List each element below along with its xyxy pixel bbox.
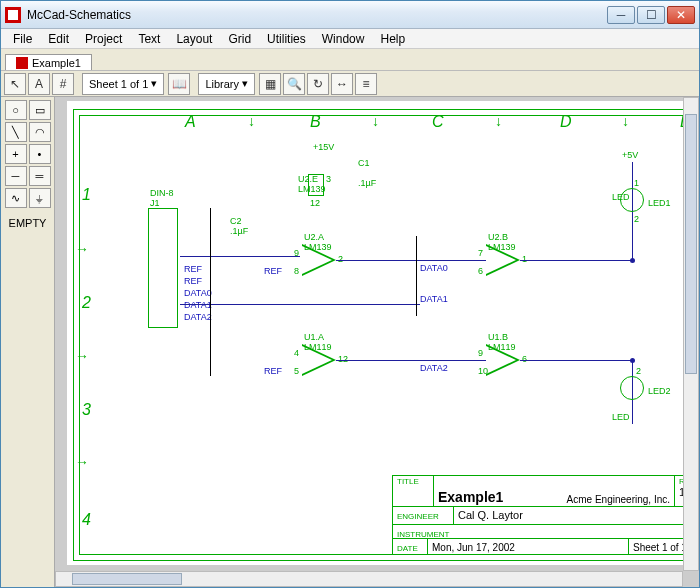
u2e-pin12: 12 [310, 198, 320, 208]
tb-eng-lbl: ENGINEER [397, 512, 439, 521]
u2a-ref: U2.A [304, 232, 324, 242]
c1-val: .1µF [358, 178, 376, 188]
menu-layout[interactable]: Layout [168, 30, 220, 48]
u1b-ref: U1.B [488, 332, 508, 342]
sig-data2-mid: DATA2 [420, 363, 448, 373]
p-circle[interactable]: ○ [5, 100, 27, 120]
toolbar: ↖ A # Sheet 1 of 1 ▾ 📖 Library ▾ ▦ 🔍 ↻ ↔… [1, 71, 699, 97]
u2e-body [308, 174, 324, 196]
wire-v [416, 236, 417, 316]
p-plus[interactable]: + [5, 144, 27, 164]
scroll-thumb[interactable] [685, 114, 697, 374]
p-wire[interactable]: ─ [5, 166, 27, 186]
tb-date: Mon, Jun 17, 2002 [432, 542, 515, 553]
led1-pin1: 1 [634, 178, 639, 188]
sig-data1-mid: DATA1 [420, 294, 448, 304]
sig-ref-b: REF [264, 366, 282, 376]
led1-name: LED [612, 192, 630, 202]
u2b-pin7: 7 [478, 248, 483, 258]
close-button[interactable]: ✕ [667, 6, 695, 24]
minimize-button[interactable]: ─ [607, 6, 635, 24]
sig-ref-a: REF [264, 266, 282, 276]
flip-tool[interactable]: ↔ [331, 73, 353, 95]
u2b-part: LM139 [488, 242, 516, 252]
menu-window[interactable]: Window [314, 30, 373, 48]
menu-project[interactable]: Project [77, 30, 130, 48]
sheet-selector[interactable]: Sheet 1 of 1 ▾ [82, 73, 164, 95]
u2b-pin1: 1 [522, 254, 527, 264]
tool-palette: ○▭ ╲◠ +• ─═ ∿⏚ EMPTY [1, 97, 55, 587]
wire [520, 360, 632, 361]
u2b-pin6: 6 [478, 266, 483, 276]
maximize-button[interactable]: ☐ [637, 6, 665, 24]
c1-ref: C1 [358, 158, 370, 168]
c2-val: .1µF [230, 226, 248, 236]
wire-v [210, 208, 211, 376]
wire [180, 304, 420, 305]
sheet-border: A ↓ B ↓ C ↓ D ↓ E 1 → 2 → 3 → 4 [73, 109, 683, 561]
library-icon[interactable]: 📖 [168, 73, 190, 95]
conn-name: DIN-8 [150, 188, 174, 198]
tb-company: Acme Engineering, Inc. [567, 494, 670, 505]
u2e-pin3: 3 [326, 174, 331, 184]
schematic-canvas[interactable]: A ↓ B ↓ C ↓ D ↓ E 1 → 2 → 3 → 4 [67, 101, 683, 565]
scroll-thumb[interactable] [72, 573, 182, 585]
u1a-pin4: 4 [294, 348, 299, 358]
rotate-tool[interactable]: ↻ [307, 73, 329, 95]
sig-data2: DATA2 [184, 312, 212, 322]
window-titlebar: McCad-Schematics ─ ☐ ✕ [1, 1, 699, 29]
wire [336, 260, 486, 261]
horizontal-scrollbar[interactable] [55, 571, 683, 587]
p-arc[interactable]: ◠ [29, 122, 51, 142]
menu-grid[interactable]: Grid [220, 30, 259, 48]
p-rect[interactable]: ▭ [29, 100, 51, 120]
u1a-pin5: 5 [294, 366, 299, 376]
connector-body [148, 208, 178, 328]
u2b-ref: U2.B [488, 232, 508, 242]
p-wave[interactable]: ∿ [5, 188, 27, 208]
document-tab-row: Example1 [1, 49, 699, 71]
sheet-inner: A ↓ B ↓ C ↓ D ↓ E 1 → 2 → 3 → 4 [79, 115, 683, 555]
window-title: McCad-Schematics [27, 8, 605, 22]
wire [632, 162, 633, 262]
zoom-tool[interactable]: 🔍 [283, 73, 305, 95]
grid-tool[interactable]: # [52, 73, 74, 95]
u2a-part: LM139 [304, 242, 332, 252]
sig-data0-mid: DATA0 [420, 263, 448, 273]
led1-ref: LED1 [648, 198, 671, 208]
u1a-ref: U1.A [304, 332, 324, 342]
menu-help[interactable]: Help [372, 30, 413, 48]
component-tool[interactable]: ▦ [259, 73, 281, 95]
menu-file[interactable]: File [5, 30, 40, 48]
p-gnd[interactable]: ⏚ [29, 188, 51, 208]
p-dot[interactable]: • [29, 144, 51, 164]
conn-ref: J1 [150, 198, 160, 208]
sig-ref: REF [184, 264, 202, 274]
tb-eng: Cal Q. Laytor [458, 509, 523, 521]
document-tab[interactable]: Example1 [5, 54, 92, 70]
tb-sheet: Sheet 1 of 1 [633, 542, 683, 553]
menu-text[interactable]: Text [130, 30, 168, 48]
wire [520, 260, 632, 261]
library-selector-label: Library [205, 78, 239, 90]
c2-ref: C2 [230, 216, 242, 226]
align-tool[interactable]: ≡ [355, 73, 377, 95]
p-line[interactable]: ╲ [5, 122, 27, 142]
tb-title: Example1 [438, 489, 503, 505]
app-icon [5, 7, 21, 23]
menu-utilities[interactable]: Utilities [259, 30, 314, 48]
sig-data1: DATA1 [184, 300, 212, 310]
led2-ref: LED2 [648, 386, 671, 396]
p-bus[interactable]: ═ [29, 166, 51, 186]
cursor-tool[interactable]: ↖ [4, 73, 26, 95]
tb-inst-lbl: INSTRUMENT [397, 530, 449, 539]
vertical-scrollbar[interactable] [683, 97, 699, 571]
library-selector[interactable]: Library ▾ [198, 73, 255, 95]
text-tool[interactable]: A [28, 73, 50, 95]
pwr-15v: +15V [313, 142, 334, 152]
u1b-pin9: 9 [478, 348, 483, 358]
node [630, 358, 635, 363]
pwr-5v: +5V [622, 150, 638, 160]
menu-edit[interactable]: Edit [40, 30, 77, 48]
u1a-part: LM119 [304, 342, 332, 352]
